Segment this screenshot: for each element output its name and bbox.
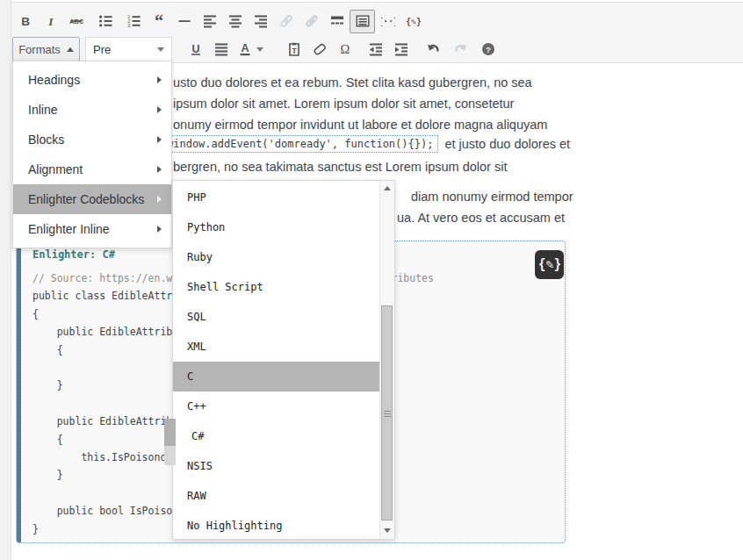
blockquote-button[interactable]: “: [146, 10, 171, 33]
align-left-button[interactable]: [197, 10, 222, 33]
svg-text:{✎}: {✎}: [407, 17, 421, 26]
more-tag-icon: [330, 14, 344, 28]
text-color-button[interactable]: A: [234, 38, 269, 61]
language-item-nsis[interactable]: NSIS: [173, 451, 381, 481]
numbered-list-button[interactable]: 123: [120, 10, 146, 33]
language-item-python[interactable]: Python: [173, 212, 381, 242]
unlink-button[interactable]: [299, 10, 324, 33]
indent-button[interactable]: [388, 38, 414, 61]
chevron-right-icon: [157, 76, 162, 83]
strikethrough-icon: ABC: [69, 14, 83, 28]
help-button[interactable]: ?: [475, 38, 501, 61]
language-item-c-[interactable]: C++: [173, 391, 381, 421]
scrollbar-grip-icon: [384, 413, 391, 414]
chevron-right-icon: [157, 136, 162, 143]
menu-item-label: Enlighter Codeblocks: [28, 192, 157, 206]
toolbar-toggle-button[interactable]: [350, 10, 375, 33]
chevron-down-icon: [157, 47, 164, 52]
paste-as-text-button[interactable]: T: [281, 38, 307, 61]
paragraph-line-with-inline-code: window.addEvent('domready', function(){}…: [162, 135, 570, 153]
enlighter-inline-button[interactable]: {··}: [375, 10, 400, 33]
language-item-c-[interactable]: C#: [173, 421, 381, 451]
chevron-up-icon: [67, 47, 74, 52]
paragraph-line: ua. At vero eos et accusam et: [397, 211, 565, 225]
scroll-down-button[interactable]: [380, 523, 394, 538]
bullet-list-button[interactable]: [92, 10, 118, 33]
triangle-up-icon: [384, 186, 391, 190]
special-character-button[interactable]: Ω: [332, 38, 357, 61]
block-style-select[interactable]: Pre: [85, 37, 172, 61]
wordpress-editor-screen: BIABC123“{··}{✎} Formats Pre UATΩ? usto …: [0, 0, 743, 560]
language-item-sql[interactable]: SQL: [173, 302, 381, 332]
scrollbar-thumb[interactable]: [381, 305, 393, 521]
horizontal-rule-button[interactable]: [171, 10, 197, 33]
outdent-button[interactable]: [363, 38, 388, 61]
chevron-down-icon: [256, 47, 263, 52]
paste-text-icon: T: [287, 42, 301, 56]
formats-menu-item-blocks[interactable]: Blocks: [13, 125, 171, 154]
svg-text:?: ?: [486, 45, 491, 54]
scroll-up-button[interactable]: [380, 181, 394, 196]
paragraph-line: onumy eirmod tempor invidunt ut labore e…: [173, 118, 547, 132]
chevron-right-icon: [157, 106, 162, 113]
justify-icon: [214, 42, 228, 56]
toolbar-row-2: Formats Pre UATΩ?: [12, 36, 501, 62]
svg-text:A: A: [241, 42, 249, 54]
chevron-right-icon: [157, 166, 162, 173]
formats-menu-item-enlighter-codeblocks[interactable]: Enlighter Codeblocks: [13, 184, 171, 214]
strikethrough-button[interactable]: ABC: [63, 10, 89, 33]
align-right-button[interactable]: [248, 10, 273, 33]
formats-menu-item-headings[interactable]: Headings: [13, 65, 171, 95]
language-item-c[interactable]: C: [173, 362, 381, 391]
code-block-edit-button[interactable]: {✎}: [535, 250, 564, 279]
outdent-icon: [369, 42, 383, 56]
toolbar-row-1: BIABC123“{··}{✎}: [12, 8, 426, 34]
formats-menu-item-alignment[interactable]: Alignment: [13, 154, 171, 184]
italic-button[interactable]: I: [38, 10, 63, 33]
editor-toolbar: BIABC123“{··}{✎} Formats Pre UATΩ?: [11, 2, 743, 63]
redo-button[interactable]: [448, 38, 473, 61]
language-item-shell-script[interactable]: Shell Script: [173, 272, 381, 302]
formats-dropdown-button[interactable]: Formats: [12, 37, 80, 61]
braces-pencil-icon: {✎}: [407, 14, 421, 28]
eraser-icon: [313, 42, 327, 56]
language-item-no-highlighting[interactable]: No Highlighting: [173, 511, 381, 541]
svg-text:I: I: [47, 15, 54, 28]
menu-item-label: Alignment: [28, 162, 157, 176]
blockquote-icon: “: [152, 14, 166, 28]
align-center-button[interactable]: [222, 10, 248, 33]
triangle-down-icon: [384, 528, 391, 533]
enlighter-inline-code[interactable]: window.addEvent('domready', function(){}…: [162, 135, 438, 153]
clear-formatting-button[interactable]: [307, 38, 332, 61]
toolbar-toggle-icon: [356, 14, 370, 28]
text-color-icon: A: [239, 42, 253, 56]
language-item-php[interactable]: PHP: [173, 183, 381, 212]
hr-icon: [177, 14, 191, 28]
menu-item-label: Blocks: [28, 133, 157, 147]
italic-icon: I: [44, 14, 58, 28]
unlink-icon: [305, 14, 319, 28]
formats-menu-item-enlighter-inline[interactable]: Enlighter Inline: [13, 214, 171, 244]
undo-button[interactable]: [420, 38, 445, 61]
bold-button[interactable]: B: [12, 10, 38, 33]
svg-text:“: “: [155, 14, 163, 28]
enlighter-codeblock-button[interactable]: {✎}: [400, 10, 426, 33]
language-item-ruby[interactable]: Ruby: [173, 242, 381, 272]
code-block-language-header: Enlighter: C#: [32, 248, 115, 261]
svg-text:3: 3: [127, 23, 130, 28]
svg-text:{··}: {··}: [381, 17, 395, 26]
language-item-list: PHPPythonRubyShell ScriptSQLXMLCC++C#NSI…: [173, 183, 394, 541]
formats-dropdown-label: Formats: [18, 43, 61, 56]
formats-dropdown-menu: HeadingsInlineBlocksAlignmentEnlighter C…: [12, 61, 172, 248]
help-icon: ?: [481, 42, 495, 56]
read-more-button[interactable]: [324, 10, 350, 33]
link-button[interactable]: [273, 10, 299, 33]
language-item-xml[interactable]: XML: [173, 332, 381, 362]
submenu-scrollbar[interactable]: [379, 181, 394, 539]
paragraph-line: bergren, no sea takimata sanctus est Lor…: [173, 160, 507, 174]
formats-menu-item-inline[interactable]: Inline: [13, 95, 171, 125]
omega-icon: Ω: [338, 42, 352, 56]
language-item-raw[interactable]: RAW: [173, 481, 381, 511]
underline-button[interactable]: U: [183, 38, 208, 61]
justify-button[interactable]: [208, 38, 234, 61]
